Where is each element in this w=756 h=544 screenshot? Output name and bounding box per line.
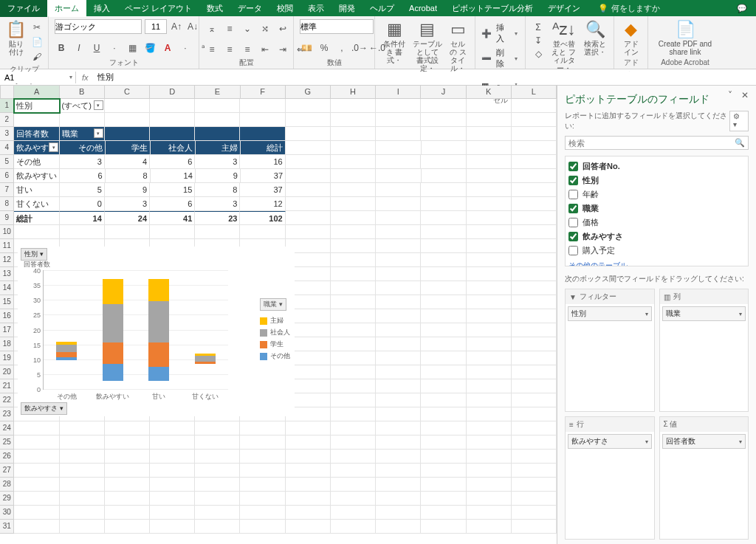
area-pill[interactable]: 飲みやすさ▾ xyxy=(568,434,652,449)
cell[interactable] xyxy=(105,99,150,113)
cell[interactable] xyxy=(150,478,195,492)
cell[interactable]: 15 xyxy=(150,183,195,197)
cell[interactable] xyxy=(376,155,421,169)
panel-close-icon[interactable]: ✕ xyxy=(741,90,749,100)
cell[interactable] xyxy=(286,506,331,520)
col-header[interactable]: I xyxy=(376,86,421,99)
row-header[interactable]: 28 xyxy=(0,478,14,492)
row-header[interactable]: 30 xyxy=(0,506,14,520)
area-columns[interactable]: ▥列 職業▾ xyxy=(659,289,749,412)
cell[interactable] xyxy=(331,267,376,281)
bar-segment[interactable] xyxy=(103,364,123,380)
number-format-combo[interactable] xyxy=(300,19,374,34)
cell[interactable] xyxy=(422,169,467,183)
currency-button[interactable]: 💴 xyxy=(300,41,313,55)
row-header[interactable]: 12 xyxy=(0,253,14,267)
cell[interactable] xyxy=(331,239,376,253)
row-header[interactable]: 23 xyxy=(0,407,14,421)
row-header[interactable]: 25 xyxy=(0,435,14,450)
insert-cells-button[interactable]: ➕挿入▾ xyxy=(481,22,519,44)
field-checkbox-item[interactable]: 職業 xyxy=(568,202,745,216)
bar-segment[interactable] xyxy=(148,342,169,368)
bar-segment[interactable] xyxy=(56,357,77,361)
cell[interactable] xyxy=(512,379,557,393)
align-left-button[interactable]: ≡ xyxy=(205,43,219,56)
cell[interactable] xyxy=(467,393,512,407)
row-header[interactable]: 20 xyxy=(0,365,14,379)
cell[interactable] xyxy=(467,225,512,239)
cell[interactable] xyxy=(376,337,421,351)
cell[interactable] xyxy=(376,113,421,127)
bar-segment[interactable] xyxy=(103,342,123,365)
cell[interactable] xyxy=(421,323,466,337)
cell[interactable] xyxy=(467,365,512,379)
cell[interactable] xyxy=(512,309,557,323)
cell[interactable] xyxy=(195,435,240,450)
cell[interactable] xyxy=(331,295,376,309)
cell[interactable] xyxy=(467,253,512,267)
row-header[interactable]: 3 xyxy=(0,127,14,141)
cell[interactable] xyxy=(331,211,376,225)
cell[interactable] xyxy=(376,141,421,155)
cell[interactable] xyxy=(467,351,512,365)
cell[interactable]: 6 xyxy=(60,169,105,183)
field-checkbox[interactable] xyxy=(568,176,578,185)
row-header[interactable]: 18 xyxy=(0,337,14,351)
field-list[interactable]: 回答者No.性別年齢職業価格飲みやすさ購入予定その他のテーブル... xyxy=(565,156,749,266)
row-header[interactable]: 16 xyxy=(0,309,14,323)
cell[interactable] xyxy=(286,155,331,169)
cell[interactable] xyxy=(467,435,512,450)
cell[interactable] xyxy=(195,225,240,239)
cell[interactable] xyxy=(512,393,557,407)
cell[interactable] xyxy=(14,225,59,239)
orientation-button[interactable]: ⤭ xyxy=(258,22,272,35)
cell[interactable] xyxy=(105,478,150,492)
cell[interactable] xyxy=(195,450,240,464)
cell[interactable] xyxy=(331,506,376,520)
row-header[interactable]: 10 xyxy=(0,225,14,239)
cell[interactable] xyxy=(421,309,466,323)
row-header[interactable]: 22 xyxy=(0,393,14,407)
cell[interactable]: 総計 xyxy=(14,211,59,225)
cell[interactable] xyxy=(105,506,150,520)
cell[interactable]: 24 xyxy=(105,211,150,225)
tab-review[interactable]: 校閲 xyxy=(269,0,300,17)
cell[interactable] xyxy=(240,99,285,113)
cell[interactable] xyxy=(467,197,512,211)
cell[interactable] xyxy=(512,281,557,295)
tab-insert[interactable]: 挿入 xyxy=(86,0,117,17)
align-middle-button[interactable]: ≡ xyxy=(223,22,236,35)
cell[interactable] xyxy=(512,337,557,351)
cell[interactable] xyxy=(286,464,331,478)
cell[interactable] xyxy=(150,464,195,478)
cell[interactable] xyxy=(60,450,105,464)
cell[interactable]: 総計 xyxy=(241,141,286,155)
cell[interactable]: 102 xyxy=(240,211,285,225)
cell[interactable] xyxy=(60,113,105,127)
cell[interactable] xyxy=(512,478,557,492)
acrobat-create-pdf-button[interactable]: 📄Create PDF and share link xyxy=(654,19,716,56)
area-values[interactable]: Σ 値 回答者数▾ xyxy=(659,416,749,540)
cell[interactable]: 4 xyxy=(105,155,150,169)
area-pill[interactable]: 職業▾ xyxy=(662,306,746,321)
bar-segment[interactable] xyxy=(195,356,216,361)
filter-dropdown-button[interactable]: ▾ xyxy=(49,142,58,152)
field-checkbox[interactable] xyxy=(568,190,578,199)
col-header[interactable]: E xyxy=(195,86,240,99)
cell[interactable] xyxy=(376,309,421,323)
cell[interactable] xyxy=(512,141,557,155)
cell[interactable] xyxy=(150,435,195,450)
cell[interactable] xyxy=(421,421,466,435)
wrap-text-button[interactable]: ↩ xyxy=(276,22,289,35)
field-checkbox[interactable] xyxy=(568,218,578,227)
decrease-indent-button[interactable]: ⇤ xyxy=(258,43,272,56)
cell[interactable] xyxy=(240,421,285,435)
cell[interactable]: 6 xyxy=(150,155,195,169)
row-header[interactable]: 13 xyxy=(0,267,14,281)
cell[interactable] xyxy=(421,183,466,197)
cell[interactable] xyxy=(195,127,240,141)
cell[interactable] xyxy=(421,295,466,309)
cell[interactable] xyxy=(376,407,421,421)
row-header[interactable]: 6 xyxy=(0,169,14,183)
cell[interactable]: (すべて)▾ xyxy=(60,99,105,113)
